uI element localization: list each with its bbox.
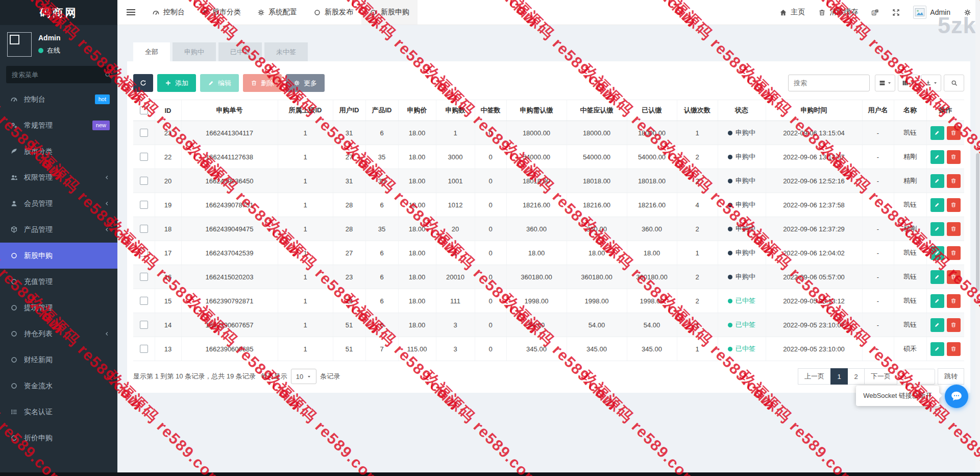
- tab-won[interactable]: 已中签: [218, 42, 262, 61]
- column-header[interactable]: 所属上级ID: [278, 100, 333, 121]
- column-header[interactable]: 用户ID: [333, 100, 365, 121]
- jump-page-input[interactable]: [903, 369, 935, 385]
- sidebar-item-realname-auth[interactable]: 实名认证: [0, 399, 117, 425]
- nav-item-market-category[interactable]: 股市分类: [193, 0, 249, 25]
- nav-item-clear-cache[interactable]: 清除缓存: [812, 0, 865, 25]
- column-header[interactable]: 认缴次数: [677, 100, 718, 121]
- nav-item-new-stock-subscribe[interactable]: 新股申购: [361, 0, 418, 25]
- column-header[interactable]: 操作: [926, 100, 964, 121]
- sidebar-item-withdraw-manage[interactable]: 提现管理: [0, 295, 117, 321]
- row-edit-button[interactable]: [930, 246, 944, 260]
- tab-subscribing[interactable]: 申购中: [173, 42, 216, 61]
- row-checkbox[interactable]: [140, 321, 148, 329]
- columns-button[interactable]: [898, 75, 918, 91]
- row-delete-button[interactable]: [947, 294, 961, 308]
- cell-win_qty: 0: [475, 313, 506, 337]
- edit-button[interactable]: 编辑: [200, 74, 239, 92]
- row-delete-button[interactable]: [947, 222, 961, 236]
- delete-button[interactable]: 删除: [243, 74, 282, 92]
- menu-search-input[interactable]: [12, 71, 102, 79]
- column-header[interactable]: 申购价: [398, 100, 436, 121]
- row-edit-button[interactable]: [930, 294, 944, 308]
- row-delete-button[interactable]: [947, 342, 961, 356]
- add-button[interactable]: 添加: [157, 74, 196, 92]
- row-delete-button[interactable]: [947, 270, 961, 284]
- nav-item-language[interactable]: A: [865, 0, 886, 25]
- row-checkbox[interactable]: [140, 297, 148, 305]
- prev-page-button[interactable]: 上一页: [798, 368, 831, 385]
- row-delete-button[interactable]: [947, 246, 961, 260]
- next-page-button[interactable]: 下一页: [864, 368, 897, 385]
- nav-item-dashboard[interactable]: 控制台: [144, 0, 193, 25]
- nav-item-fullscreen[interactable]: [886, 0, 906, 25]
- row-checkbox[interactable]: [140, 273, 148, 281]
- sidebar-item-recharge-manage[interactable]: 充值管理: [0, 269, 117, 295]
- row-checkbox[interactable]: [140, 177, 148, 185]
- row-checkbox[interactable]: [140, 201, 148, 209]
- cell-time: 2022-09-06 12:52:16: [766, 169, 862, 193]
- hamburger-menu-icon[interactable]: [117, 0, 144, 25]
- scrollbar-thumb[interactable]: [976, 153, 979, 291]
- tab-all[interactable]: 全部: [133, 42, 170, 61]
- circle-icon: [370, 9, 377, 16]
- sidebar-item-finance-news[interactable]: 财经新闻: [0, 347, 117, 373]
- sidebar-item-member-manage[interactable]: 会员管理: [0, 191, 117, 217]
- column-header[interactable]: 用户名: [862, 100, 894, 121]
- row-delete-button[interactable]: [947, 198, 961, 212]
- toggle-view-button[interactable]: [875, 75, 895, 91]
- page-button-2[interactable]: 2: [847, 368, 865, 385]
- column-header[interactable]: 申购需认缴: [506, 100, 567, 121]
- tab-not-won[interactable]: 未中签: [264, 42, 308, 61]
- sidebar-item-dashboard[interactable]: 控制台hot: [0, 86, 117, 112]
- row-edit-button[interactable]: [930, 174, 944, 188]
- row-edit-button[interactable]: [930, 198, 944, 212]
- row-edit-button[interactable]: [930, 222, 944, 236]
- row-delete-button[interactable]: [947, 150, 961, 164]
- row-delete-button[interactable]: [947, 318, 961, 332]
- column-header[interactable]: 中签数: [475, 100, 506, 121]
- sidebar-item-fund-flow[interactable]: 资金流水: [0, 373, 117, 399]
- row-edit-button[interactable]: [930, 318, 944, 332]
- table-search-input[interactable]: [788, 75, 870, 91]
- column-header[interactable]: 产品ID: [365, 100, 398, 121]
- column-header[interactable]: 申购数: [436, 100, 475, 121]
- select-all-checkbox[interactable]: [140, 106, 148, 114]
- sidebar-item-position-list[interactable]: 持仓列表: [0, 321, 117, 347]
- row-checkbox[interactable]: [140, 249, 148, 257]
- sidebar-item-product-manage[interactable]: 产品管理: [0, 217, 117, 243]
- row-delete-button[interactable]: [947, 174, 961, 188]
- column-header[interactable]: ID: [155, 100, 181, 121]
- avatar[interactable]: [7, 32, 32, 57]
- row-delete-button[interactable]: [947, 126, 961, 140]
- sidebar-item-general-manage[interactable]: 常规管理new: [0, 112, 117, 138]
- nav-item-home[interactable]: 主页: [773, 0, 812, 25]
- column-header[interactable]: 申购时间: [766, 100, 862, 121]
- row-checkbox[interactable]: [140, 345, 148, 353]
- export-button[interactable]: [921, 75, 941, 91]
- row-edit-button[interactable]: [930, 342, 944, 356]
- sidebar-item-market-category[interactable]: 股市分类: [0, 138, 117, 164]
- column-header[interactable]: 中签应认缴: [567, 100, 627, 121]
- row-checkbox[interactable]: [140, 225, 148, 233]
- column-header[interactable]: 申购单号: [181, 100, 278, 121]
- column-header[interactable]: 名称: [894, 100, 926, 121]
- sidebar-item-permission-manage[interactable]: 权限管理: [0, 164, 117, 191]
- sidebar-item-discount-subscribe[interactable]: 折价申购: [0, 425, 117, 451]
- nav-item-new-stock-publish[interactable]: 新股发布: [305, 0, 361, 25]
- more-button[interactable]: 更多: [286, 74, 325, 92]
- row-edit-button[interactable]: [930, 150, 944, 164]
- per-page-select[interactable]: 10: [291, 369, 316, 384]
- nav-item-system-config[interactable]: 系统配置: [249, 0, 305, 25]
- search-button[interactable]: [944, 75, 964, 91]
- chat-bubble-button[interactable]: [945, 385, 968, 408]
- jump-button[interactable]: 跳转: [938, 368, 964, 385]
- page-button-1[interactable]: 1: [830, 368, 848, 385]
- column-header[interactable]: 状态: [718, 100, 766, 121]
- row-checkbox[interactable]: [140, 129, 148, 137]
- column-header[interactable]: 已认缴: [627, 100, 677, 121]
- sidebar-item-new-stock-subscribe[interactable]: 新股申购: [0, 243, 117, 269]
- row-edit-button[interactable]: [930, 270, 944, 284]
- row-edit-button[interactable]: [930, 126, 944, 140]
- refresh-button[interactable]: [133, 74, 153, 92]
- row-checkbox[interactable]: [140, 153, 148, 161]
